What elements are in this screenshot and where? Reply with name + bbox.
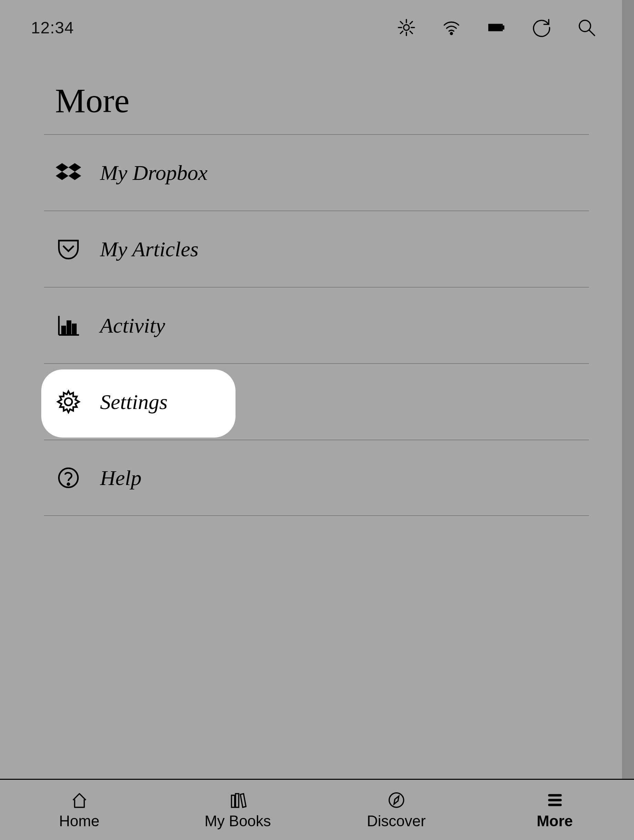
side-shadow: [622, 0, 634, 779]
nav-label: Discover: [367, 813, 426, 830]
svg-rect-21: [62, 327, 65, 334]
books-icon: [228, 791, 248, 810]
svg-line-8: [410, 22, 413, 24]
svg-line-5: [401, 22, 403, 24]
menu-list: My Dropbox My Articles Ac: [44, 134, 589, 516]
svg-marker-30: [394, 796, 399, 804]
nav-discover[interactable]: Discover: [317, 780, 475, 840]
menu-item-label: Settings: [100, 390, 167, 414]
svg-point-29: [389, 793, 404, 807]
barchart-icon: [56, 313, 81, 338]
svg-rect-27: [231, 795, 235, 807]
dropbox-icon: [56, 160, 81, 185]
menu-item-help[interactable]: Help: [44, 440, 589, 516]
gear-icon: [56, 389, 81, 415]
menu-item-label: My Dropbox: [100, 161, 208, 185]
nav-label: Home: [59, 813, 99, 830]
svg-point-13: [579, 20, 591, 32]
svg-marker-15: [56, 163, 68, 172]
svg-marker-17: [56, 172, 68, 180]
svg-point-24: [65, 398, 72, 406]
home-icon: [70, 791, 89, 810]
compass-icon: [387, 791, 406, 810]
svg-marker-16: [68, 163, 81, 172]
svg-line-7: [401, 31, 403, 34]
svg-rect-12: [490, 25, 501, 30]
menu-item-my-articles[interactable]: My Articles: [44, 210, 589, 287]
page-title: More: [55, 81, 129, 120]
help-icon: [56, 465, 81, 491]
menu-item-settings[interactable]: Settings: [44, 363, 589, 440]
menu-item-my-dropbox[interactable]: My Dropbox: [44, 134, 589, 210]
svg-rect-28: [235, 794, 239, 807]
sync-icon[interactable]: [532, 18, 551, 37]
nav-label: My Books: [205, 813, 271, 830]
svg-line-6: [410, 31, 413, 34]
search-icon[interactable]: [577, 18, 596, 37]
status-time: 12:34: [31, 18, 74, 37]
svg-marker-18: [68, 172, 81, 180]
bottom-nav: Home My Books Discover: [0, 779, 634, 840]
svg-point-26: [68, 483, 69, 485]
nav-home[interactable]: Home: [0, 780, 159, 840]
menu-item-label: Activity: [100, 313, 165, 338]
device-screen: 12:34: [0, 0, 634, 840]
menu-item-label: My Articles: [100, 237, 199, 261]
status-icons: [397, 18, 596, 37]
svg-rect-11: [502, 26, 504, 29]
wifi-icon[interactable]: [442, 18, 461, 37]
nav-label: More: [537, 813, 573, 830]
nav-more[interactable]: More: [475, 780, 634, 840]
pocket-icon: [56, 236, 81, 262]
menu-item-label: Help: [100, 466, 142, 490]
menu-item-activity[interactable]: Activity: [44, 287, 589, 363]
svg-rect-23: [73, 324, 76, 334]
nav-my-books[interactable]: My Books: [159, 780, 317, 840]
svg-point-9: [450, 33, 453, 35]
menu-icon: [545, 791, 565, 810]
battery-icon[interactable]: [487, 18, 506, 37]
svg-line-14: [589, 30, 595, 35]
status-bar: 12:34: [0, 0, 627, 55]
svg-point-0: [404, 25, 409, 30]
svg-rect-22: [68, 321, 71, 334]
brightness-icon[interactable]: [397, 18, 416, 37]
